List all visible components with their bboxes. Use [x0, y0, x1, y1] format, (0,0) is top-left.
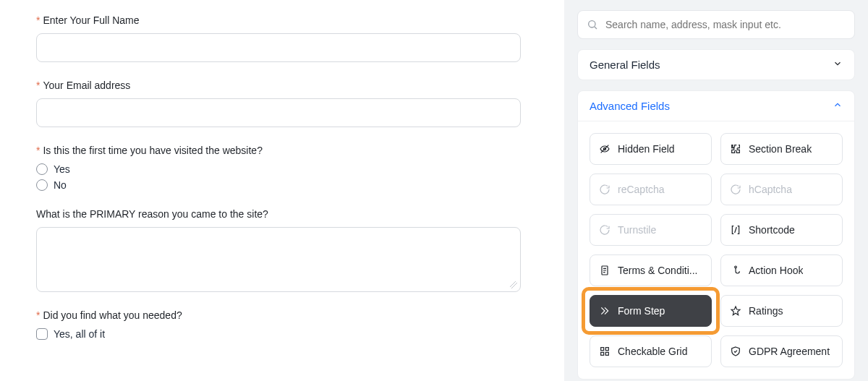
field-label: *Your Email address [36, 80, 528, 91]
field-first-visit: *Is this the first time you have visited… [36, 145, 528, 191]
checkbox-icon [36, 328, 48, 340]
checkbox-option-yes-all[interactable]: Yes, all of it [36, 328, 528, 340]
field-label: *Enter Your Full Name [36, 14, 528, 26]
hook-icon [730, 265, 741, 276]
full-name-input[interactable] [36, 33, 521, 62]
code-icon [730, 224, 741, 236]
search-field-wrap[interactable] [577, 10, 855, 39]
email-input[interactable] [36, 98, 521, 127]
chevron-up-icon [833, 100, 843, 112]
field-hcaptcha: hCaptcha [720, 174, 843, 205]
field-recaptcha: reCaptcha [590, 174, 712, 205]
step-icon [599, 305, 610, 317]
field-find-needed: *Did you find what you needed? Yes, all … [36, 309, 528, 340]
captcha-icon [599, 184, 610, 195]
advanced-fields-header[interactable]: Advanced Fields [578, 91, 854, 121]
field-gdpr[interactable]: GDPR Agreement [720, 335, 843, 367]
svg-rect-11 [601, 348, 604, 351]
advanced-field-grid: Hidden Field Section Break reCaptcha hCa… [578, 121, 854, 379]
required-marker: * [36, 14, 40, 26]
required-marker: * [36, 80, 40, 91]
svg-marker-10 [731, 307, 740, 315]
field-full-name: *Enter Your Full Name [36, 14, 528, 62]
radio-icon [36, 179, 48, 191]
general-fields-accordion: General Fields [577, 49, 855, 80]
field-form-step[interactable]: Form Step [590, 295, 712, 327]
captcha-icon [599, 224, 610, 236]
resize-handle-icon[interactable] [510, 281, 517, 288]
field-ratings[interactable]: Ratings [720, 295, 843, 327]
doc-icon [599, 265, 610, 276]
advanced-fields-accordion: Advanced Fields Hidden Field Section Bre… [577, 90, 855, 380]
svg-point-9 [735, 266, 737, 268]
field-terms[interactable]: Terms & Conditi... [590, 254, 712, 286]
field-checkable-grid[interactable]: Checkable Grid [590, 335, 712, 367]
field-email: *Your Email address [36, 80, 528, 127]
grid-icon [599, 346, 610, 357]
captcha-icon [730, 184, 741, 195]
svg-rect-12 [605, 348, 608, 351]
general-fields-header[interactable]: General Fields [578, 50, 854, 80]
form-canvas: *Enter Your Full Name *Your Email addres… [0, 0, 564, 381]
field-action-hook[interactable]: Action Hook [720, 254, 843, 286]
puzzle-icon [730, 143, 741, 155]
field-primary-reason: What is the PRIMARY reason you came to t… [36, 208, 528, 292]
shield-icon [730, 346, 741, 357]
radio-icon [36, 163, 48, 175]
radio-option-no[interactable]: No [36, 179, 528, 191]
required-marker: * [36, 309, 40, 321]
search-input[interactable] [604, 18, 846, 31]
radio-option-yes[interactable]: Yes [36, 163, 528, 175]
field-label: What is the PRIMARY reason you came to t… [36, 208, 528, 220]
svg-line-1 [595, 27, 597, 29]
chevron-down-icon [833, 59, 843, 71]
field-turnstile: Turnstile [590, 214, 712, 246]
required-marker: * [36, 145, 40, 156]
primary-reason-textarea[interactable] [36, 227, 521, 292]
field-section-break[interactable]: Section Break [720, 133, 843, 165]
form-step-highlight: Form Step [582, 287, 720, 335]
field-hidden[interactable]: Hidden Field [590, 133, 712, 165]
field-label: *Did you find what you needed? [36, 309, 528, 321]
svg-line-4 [735, 227, 737, 233]
field-label: *Is this the first time you have visited… [36, 145, 528, 156]
search-icon [587, 19, 598, 30]
field-shortcode[interactable]: Shortcode [720, 214, 843, 246]
svg-rect-14 [605, 352, 608, 355]
field-sidebar: General Fields Advanced Fields Hidden Fi… [564, 0, 868, 381]
svg-point-0 [589, 21, 595, 27]
eye-off-icon [599, 143, 610, 155]
svg-rect-13 [601, 352, 604, 355]
star-icon [730, 305, 741, 317]
